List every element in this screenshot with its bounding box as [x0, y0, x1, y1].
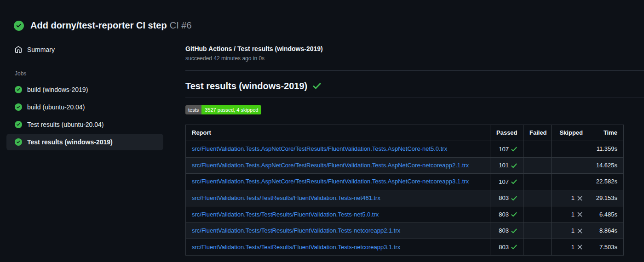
badge-value: 3527 passed, 4 skipped — [201, 105, 261, 114]
column-header-failed: Failed — [523, 125, 552, 141]
table-header-row: Report Passed Failed Skipped Time — [186, 125, 624, 141]
job-success-check-circle-icon — [15, 103, 22, 111]
sidebar-item-job-build-ubuntu-2004[interactable]: build (ubuntu-20.04) — [6, 99, 163, 115]
column-header-skipped: Skipped — [552, 125, 589, 141]
time-cell: 11.359s — [589, 141, 624, 158]
skipped-x-icon — [577, 195, 583, 201]
passed-check-icon — [511, 179, 517, 185]
skipped-cell — [552, 141, 589, 158]
report-link[interactable]: src/FluentValidation.Tests/TestResults/F… — [192, 211, 379, 218]
passed-cell: 107 — [490, 141, 523, 158]
report-link[interactable]: src/FluentValidation.Tests/TestResults/F… — [192, 194, 380, 201]
job-success-check-circle-icon — [15, 121, 22, 128]
column-header-report: Report — [186, 125, 490, 141]
run-success-check-circle-icon — [14, 21, 24, 31]
passed-count: 803 — [499, 194, 509, 202]
jobs-list: build (windows-2019) build (ubuntu-20.04… — [6, 81, 163, 150]
table-row: src/FluentValidation.Tests/TestResults/F… — [186, 190, 624, 206]
table-row: src/FluentValidation.Tests/TestResults/F… — [186, 222, 624, 239]
passed-cell: 101 — [490, 157, 523, 174]
report-cell: src/FluentValidation.Tests/TestResults/F… — [186, 206, 490, 223]
failed-cell — [523, 157, 552, 174]
sidebar-item-job-test-results-ubuntu-2004[interactable]: Test results (ubuntu-20.04) — [6, 116, 163, 133]
sidebar-item-job-test-results-windows-2019[interactable]: Test results (windows-2019) — [6, 134, 163, 150]
check-run-title: GitHub Actions / Test results (windows-2… — [185, 45, 644, 52]
run-title: Add dorny/test-reporter CI step — [30, 20, 167, 30]
check-run-status-line: succeeded 42 minutes ago in 0s — [185, 55, 644, 62]
skipped-x-icon — [577, 228, 583, 234]
report-cell: src/FluentValidation.Tests/TestResults/F… — [186, 190, 490, 206]
time-cell: 22.582s — [589, 174, 624, 190]
passed-check-icon — [511, 211, 517, 217]
report-cell: src/FluentValidation.Tests.AspNetCore/Te… — [186, 157, 490, 174]
sidebar-item-job-build-windows-2019[interactable]: build (windows-2019) — [6, 81, 163, 98]
time-cell: 8.864s — [589, 222, 624, 239]
passed-cell: 803 — [490, 190, 523, 206]
failed-cell — [523, 174, 552, 190]
report-cell: src/FluentValidation.Tests.AspNetCore/Te… — [186, 174, 490, 190]
report-link[interactable]: src/FluentValidation.Tests/TestResults/F… — [192, 244, 400, 251]
time-cell: 29.153s — [589, 190, 624, 206]
section-heading: Test results (windows-2019) — [185, 80, 644, 97]
time-value: 22.582s — [596, 178, 617, 185]
job-label: build (ubuntu-20.04) — [27, 103, 85, 111]
job-success-check-circle-icon — [15, 86, 22, 93]
skipped-cell: 1 — [552, 239, 589, 256]
time-cell: 14.625s — [589, 157, 624, 174]
report-cell: src/FluentValidation.Tests/TestResults/F… — [186, 239, 490, 256]
failed-cell — [523, 190, 552, 206]
passed-cell: 107 — [490, 174, 523, 190]
time-value: 29.153s — [596, 194, 617, 201]
report-link[interactable]: src/FluentValidation.Tests.AspNetCore/Te… — [192, 178, 469, 185]
passed-check-icon — [511, 163, 517, 169]
failed-cell — [523, 141, 552, 158]
failed-cell — [523, 206, 552, 223]
column-header-passed: Passed — [490, 125, 523, 141]
skipped-cell: 1 — [552, 206, 589, 223]
run-number: CI #6 — [170, 20, 192, 30]
time-cell: 6.485s — [589, 206, 624, 223]
tests-status-badge: tests 3527 passed, 4 skipped — [185, 105, 261, 114]
report-link[interactable]: src/FluentValidation.Tests/TestResults/F… — [192, 227, 400, 234]
sidebar-item-summary[interactable]: Summary — [6, 41, 163, 58]
time-value: 14.625s — [596, 162, 617, 169]
skipped-count: 1 — [571, 227, 575, 235]
passed-count: 803 — [499, 243, 509, 251]
passed-count: 803 — [499, 211, 509, 219]
report-link[interactable]: src/FluentValidation.Tests.AspNetCore/Te… — [192, 145, 447, 152]
passed-cell: 803 — [490, 239, 523, 256]
skipped-count: 1 — [571, 194, 575, 202]
skipped-cell — [552, 157, 589, 174]
table-row: src/FluentValidation.Tests/TestResults/F… — [186, 239, 624, 256]
skipped-cell — [552, 174, 589, 190]
check-run-header: GitHub Actions / Test results (windows-2… — [185, 45, 644, 71]
time-value: 6.485s — [599, 211, 617, 218]
skipped-x-icon — [577, 211, 583, 217]
time-cell: 7.503s — [589, 239, 624, 256]
report-cell: src/FluentValidation.Tests/TestResults/F… — [186, 222, 490, 239]
time-value: 7.503s — [599, 244, 617, 251]
passed-check-icon — [511, 195, 517, 201]
run-header: Add dorny/test-reporter CI stepCI #6 — [0, 0, 644, 38]
skipped-cell: 1 — [552, 222, 589, 239]
skipped-x-icon — [577, 244, 583, 250]
job-label: Test results (windows-2019) — [27, 138, 113, 146]
skipped-cell: 1 — [552, 190, 589, 206]
passed-cell: 803 — [490, 222, 523, 239]
passed-check-icon — [511, 228, 517, 234]
table-row: src/FluentValidation.Tests.AspNetCore/Te… — [186, 157, 624, 174]
passed-count: 803 — [499, 227, 509, 235]
sidebar-summary-label: Summary — [27, 46, 55, 54]
passed-count: 101 — [499, 161, 509, 170]
skipped-count: 1 — [571, 243, 575, 251]
table-row: src/FluentValidation.Tests.AspNetCore/Te… — [186, 174, 624, 190]
sidebar: Summary Jobs build (windows-2019) build … — [6, 38, 163, 150]
passed-check-icon — [511, 244, 517, 250]
job-success-check-circle-icon — [15, 138, 22, 146]
home-icon — [15, 46, 22, 53]
job-label: build (windows-2019) — [27, 85, 88, 94]
report-cell: src/FluentValidation.Tests.AspNetCore/Te… — [186, 141, 490, 158]
report-link[interactable]: src/FluentValidation.Tests.AspNetCore/Te… — [192, 162, 469, 169]
passed-check-icon — [511, 146, 517, 152]
time-value: 8.864s — [599, 227, 617, 234]
